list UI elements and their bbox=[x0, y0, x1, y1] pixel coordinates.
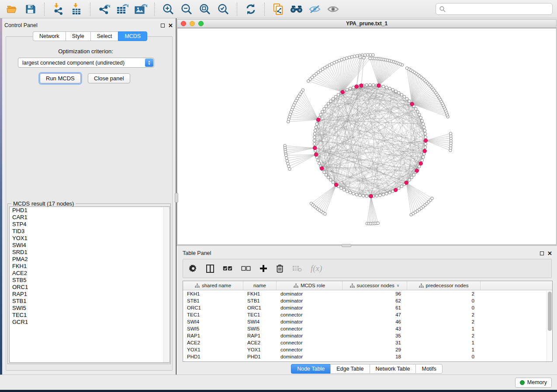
table-row[interactable]: FKH1FKH1dominator962 bbox=[183, 290, 552, 297]
network-node[interactable] bbox=[382, 85, 385, 88]
column-header-name[interactable]: name bbox=[243, 281, 277, 290]
mcds-network-node[interactable] bbox=[316, 118, 320, 122]
network-node[interactable] bbox=[422, 126, 426, 129]
network-node[interactable] bbox=[405, 97, 408, 100]
close-panel-icon[interactable]: ✕ bbox=[168, 24, 173, 28]
network-node[interactable] bbox=[352, 86, 355, 89]
network-node[interactable] bbox=[313, 142, 316, 145]
mcds-result-item[interactable]: PHD1 bbox=[10, 207, 170, 214]
network-node[interactable] bbox=[334, 95, 337, 98]
network-node[interactable] bbox=[315, 126, 318, 129]
column-header-predecessor-nodes[interactable]: predecessor nodes bbox=[407, 281, 481, 290]
mcds-network-node[interactable] bbox=[314, 153, 318, 157]
save-icon[interactable] bbox=[23, 2, 38, 17]
share-document-icon[interactable] bbox=[270, 2, 286, 17]
column-header-shared-name[interactable]: shared name bbox=[183, 281, 243, 290]
network-node[interactable] bbox=[422, 156, 425, 159]
show-all-eye-icon[interactable] bbox=[325, 2, 341, 17]
network-node[interactable] bbox=[329, 179, 332, 182]
network-node[interactable] bbox=[359, 56, 362, 59]
network-node[interactable] bbox=[359, 194, 362, 197]
network-node[interactable] bbox=[375, 194, 378, 197]
network-node[interactable] bbox=[332, 181, 335, 184]
network-node[interactable] bbox=[363, 56, 366, 59]
float-panel-icon[interactable] bbox=[540, 251, 544, 255]
zoom-out-icon[interactable] bbox=[179, 2, 194, 17]
network-node[interactable] bbox=[327, 176, 330, 179]
close-panel-button[interactable]: Close panel bbox=[88, 73, 130, 83]
mcds-network-node[interactable] bbox=[424, 139, 428, 143]
mcds-network-node[interactable] bbox=[419, 162, 423, 165]
tab-network-table[interactable]: Network Table bbox=[370, 364, 416, 374]
mcds-network-node[interactable] bbox=[410, 102, 414, 106]
network-node[interactable] bbox=[398, 92, 401, 95]
tab-select[interactable]: Select bbox=[90, 31, 118, 41]
network-node[interactable] bbox=[369, 57, 372, 60]
network-node[interactable] bbox=[405, 67, 408, 70]
mcds-result-item[interactable]: ORC1 bbox=[10, 284, 170, 291]
settings-gear-icon[interactable] bbox=[189, 265, 197, 273]
network-node[interactable] bbox=[316, 159, 319, 162]
network-node[interactable] bbox=[313, 132, 316, 135]
mcds-network-node[interactable] bbox=[423, 149, 427, 153]
network-node[interactable] bbox=[388, 191, 391, 194]
network-node[interactable] bbox=[286, 159, 289, 162]
network-node[interactable] bbox=[418, 113, 421, 116]
network-node[interactable] bbox=[415, 107, 418, 110]
network-node[interactable] bbox=[431, 197, 434, 200]
network-node[interactable] bbox=[315, 123, 318, 126]
network-node[interactable] bbox=[313, 139, 316, 142]
mcds-result-item[interactable]: STB5 bbox=[10, 277, 170, 284]
network-node[interactable] bbox=[314, 129, 317, 132]
run-mcds-button[interactable]: Run MCDS bbox=[40, 73, 81, 83]
search-network-icon[interactable] bbox=[289, 2, 304, 17]
mcds-network-node[interactable] bbox=[394, 188, 398, 192]
mcds-result-item[interactable]: RAP1 bbox=[10, 291, 170, 298]
network-node[interactable] bbox=[329, 100, 332, 103]
vertical-splitter-grip[interactable] bbox=[175, 193, 178, 203]
horizontal-splitter-grip[interactable] bbox=[342, 244, 351, 247]
network-node[interactable] bbox=[385, 192, 388, 195]
network-node[interactable] bbox=[362, 194, 365, 197]
network-node[interactable] bbox=[382, 193, 385, 196]
mcds-result-item[interactable]: STB1 bbox=[10, 298, 170, 305]
network-node[interactable] bbox=[365, 83, 368, 86]
table-row[interactable]: SWI5SWI5connector431 bbox=[183, 325, 552, 332]
network-node[interactable] bbox=[346, 190, 349, 193]
mcds-result-item[interactable]: ACE2 bbox=[10, 270, 170, 277]
tab-network[interactable]: Network bbox=[33, 31, 66, 41]
network-node[interactable] bbox=[355, 193, 358, 196]
network-node[interactable] bbox=[394, 90, 398, 93]
float-panel-icon[interactable] bbox=[161, 24, 165, 28]
network-node[interactable] bbox=[365, 195, 368, 198]
import-network-icon[interactable] bbox=[50, 2, 66, 17]
network-node[interactable] bbox=[285, 157, 288, 160]
network-node[interactable] bbox=[424, 142, 427, 145]
table-scrollbar[interactable] bbox=[547, 291, 552, 361]
network-canvas[interactable] bbox=[177, 28, 557, 245]
mcds-result-item[interactable]: SWI5 bbox=[10, 305, 170, 312]
network-node[interactable] bbox=[422, 123, 425, 126]
network-node[interactable] bbox=[416, 110, 419, 113]
select-all-icon[interactable] bbox=[223, 265, 232, 272]
search-input[interactable] bbox=[436, 3, 553, 15]
mcds-result-item[interactable]: SWI4 bbox=[10, 242, 170, 249]
mcds-network-node[interactable] bbox=[369, 194, 373, 198]
table-row[interactable]: RAP1RAP1dominator352 bbox=[183, 332, 552, 339]
mcds-network-node[interactable] bbox=[313, 146, 317, 150]
export-image-icon[interactable] bbox=[133, 2, 149, 17]
network-node[interactable] bbox=[391, 88, 394, 91]
mcds-result-list[interactable]: PHD1CAR1STP4TID3YOX1SWI4SRD1PMA2FKH1ACE2… bbox=[9, 206, 170, 363]
scrollbar-thumb[interactable] bbox=[548, 292, 552, 331]
network-window-titlebar[interactable]: YPA_prune.txt_1 bbox=[177, 19, 557, 28]
network-node[interactable] bbox=[379, 194, 382, 197]
mcds-result-item[interactable]: PMA2 bbox=[10, 256, 170, 263]
open-icon[interactable] bbox=[4, 2, 20, 17]
mcds-network-node[interactable] bbox=[415, 169, 419, 173]
mcds-result-item[interactable]: GCR1 bbox=[10, 319, 170, 326]
network-node[interactable] bbox=[424, 146, 427, 149]
network-node[interactable] bbox=[353, 55, 356, 58]
zoom-fit-icon[interactable] bbox=[197, 2, 213, 17]
network-node[interactable] bbox=[398, 187, 401, 190]
zoom-in-icon[interactable] bbox=[160, 2, 176, 17]
